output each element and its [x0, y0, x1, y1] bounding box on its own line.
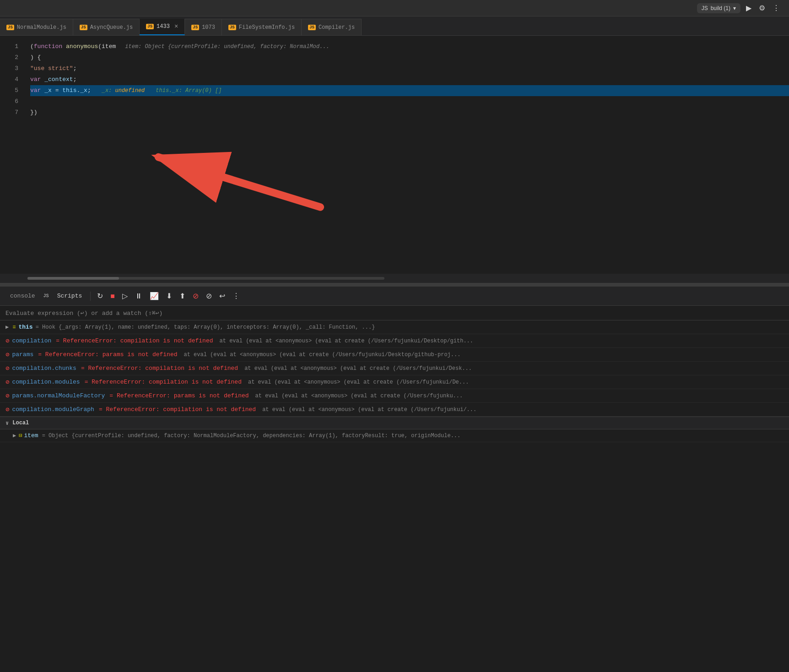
code-editor: 1 2 3 4 5 6 7 (function anonymous(item i…	[0, 36, 789, 274]
code-line-2: ) {	[30, 52, 789, 63]
watch-name-params: params	[12, 351, 33, 358]
line1-hint: item: Object {currentProfile: undefined,…	[125, 41, 329, 52]
local-item-value: = Object {currentProfile: undefined, fac…	[42, 433, 461, 439]
debug-toolbar: console JS Scripts ↻ ■ ▷ ⏸ 📈 ⬇ ⬆ ⊘ ⊘ ↩ ⋮	[0, 287, 789, 306]
code-line-3: "use strict";	[30, 63, 789, 74]
js-scripts-badge: JS	[42, 293, 51, 299]
line5-hint2: this._x: Array(0) []	[156, 85, 222, 96]
watch-item-compilation-chunks[interactable]: ⊘ compilation.chunks = ReferenceError: c…	[0, 362, 789, 375]
code-line-6	[30, 96, 789, 107]
watch-item-params[interactable]: ⊘ params = ReferenceError: params is not…	[0, 348, 789, 362]
horizontal-scrollbar[interactable]	[0, 274, 789, 283]
watch-name-compilation-modulegraph: compilation.moduleGraph	[12, 406, 94, 413]
upload-button[interactable]: ⬆	[177, 290, 188, 302]
tab-normalmodule[interactable]: JS NormalModule.js	[0, 19, 73, 35]
toolbar-separator	[90, 292, 91, 301]
stop-button[interactable]: ■	[108, 290, 118, 302]
code-fn-name: anonymous	[66, 41, 98, 52]
code-var-kw1: var	[30, 74, 41, 85]
watch-name-compilation-chunks: compilation.chunks	[12, 365, 76, 372]
deactivate-button[interactable]: ⊘	[190, 290, 201, 302]
tab-1073[interactable]: JS 1073	[185, 19, 222, 35]
code-semi1: ;	[73, 63, 77, 74]
tab-compiler[interactable]: JS Compiler.js	[302, 19, 362, 35]
tab-scripts[interactable]: Scripts	[53, 291, 87, 301]
watch-item-compilation-modules[interactable]: ⊘ compilation.modules = ReferenceError: …	[0, 375, 789, 389]
panel-divider	[0, 283, 789, 287]
watch-item-compilation-modulegraph[interactable]: ⊘ compilation.moduleGraph = ReferenceErr…	[0, 403, 789, 417]
code-var-kw2: var	[30, 85, 41, 96]
watch-item-params-factory[interactable]: ⊘ params.normalModuleFactory = Reference…	[0, 389, 789, 403]
watch-name-compilation-modules: compilation.modules	[12, 379, 80, 385]
tab-filesysteminfo[interactable]: JS FileSystemInfo.js	[222, 19, 302, 35]
this-label: this	[18, 324, 32, 331]
local-item-key: item	[24, 432, 38, 439]
refresh-button[interactable]: ↻	[94, 290, 106, 302]
code-context-var: _context	[44, 74, 73, 85]
js-icon: JS	[228, 25, 236, 30]
tab-asyncqueue-label: AsyncQueue.js	[90, 24, 133, 31]
expression-input-area: Evaluate expression (↩) or add a watch (…	[0, 306, 789, 320]
build-button[interactable]: JS build (1) ▾	[697, 3, 740, 13]
local-expand-icon: ∨	[5, 420, 9, 427]
close-icon[interactable]: ×	[174, 23, 178, 30]
code-x-var: _x	[44, 85, 52, 96]
code-semi2: ;	[73, 74, 77, 85]
more-debug-button[interactable]: ⋮	[230, 290, 243, 302]
tabs-bar: JS NormalModule.js JS AsyncQueue.js JS 1…	[0, 16, 789, 36]
list-icon: ≡	[12, 324, 16, 331]
watch-location-compilation-chunks: at eval (eval at <anonymous> (eval at cr…	[244, 365, 472, 372]
code-line-5: var _x = this._x; _x: undefined this._x:…	[30, 85, 789, 96]
watch-error-compilation: = ReferenceError: compilation is not def…	[56, 337, 213, 344]
local-section-header[interactable]: ∨ Local	[0, 417, 789, 429]
code-function-kw: function	[34, 41, 62, 52]
local-item-item[interactable]: ▶ ⊟ item = Object {currentProfile: undef…	[0, 429, 789, 442]
watch-error-params: = ReferenceError: params is not defined	[38, 351, 177, 358]
resume-button[interactable]: ▷	[119, 290, 130, 302]
line-num-4: 4	[0, 74, 18, 85]
tab-compiler-label: Compiler.js	[319, 24, 355, 31]
watch-item-compilation[interactable]: ⊘ compilation = ReferenceError: compilat…	[0, 334, 789, 348]
object-icon: ⊟	[19, 432, 22, 439]
tab-asyncqueue[interactable]: JS AsyncQueue.js	[73, 19, 140, 35]
error-icon: ⊘	[5, 378, 9, 386]
step-out-button[interactable]: ↩	[216, 290, 228, 302]
line5-hint1: _x: undefined	[102, 85, 145, 96]
pause-button[interactable]: ⏸	[132, 290, 145, 302]
settings-button[interactable]: ⚙	[757, 2, 767, 14]
local-title: Local	[12, 420, 29, 426]
code-line-7: })	[30, 107, 789, 118]
run-button[interactable]: ▶	[744, 2, 753, 14]
slash-button[interactable]: ⊘	[203, 290, 215, 302]
more-button[interactable]: ⋮	[771, 2, 782, 14]
watch-error-compilation-modules: = ReferenceError: compilation is not def…	[85, 379, 242, 385]
chart-button[interactable]: 📈	[147, 290, 162, 302]
js-icon: JS	[308, 25, 316, 30]
watch-location-params-factory: at eval (eval at <anonymous> (eval at cr…	[255, 393, 463, 399]
this-watch-row[interactable]: ▶ ≡ this = Hook {_args: Array(1), name: …	[0, 320, 789, 334]
line-num-1: 1	[0, 41, 18, 52]
code-space	[62, 41, 66, 52]
watch-name-compilation: compilation	[12, 337, 51, 344]
watch-location-compilation-modules: at eval (eval at <anonymous> (eval at cr…	[248, 379, 469, 385]
scrollbar-track[interactable]	[27, 277, 384, 280]
tab-1433[interactable]: JS 1433 ×	[140, 19, 185, 35]
tab-console[interactable]: console	[5, 291, 40, 301]
local-item-expand: ▶	[13, 432, 16, 439]
download-button[interactable]: ⬇	[163, 290, 175, 302]
code-this-kw: this	[62, 85, 76, 96]
code-args: (item	[98, 41, 116, 52]
build-label: build (1)	[711, 5, 730, 11]
watch-name-params-factory: params.normalModuleFactory	[12, 392, 105, 399]
line-numbers: 1 2 3 4 5 6 7	[0, 36, 23, 274]
watch-error-compilation-modulegraph: = ReferenceError: compilation is not def…	[99, 406, 256, 413]
scrollbar-thumb[interactable]	[27, 277, 119, 280]
watch-list: ⊘ compilation = ReferenceError: compilat…	[0, 334, 789, 442]
error-icon: ⊘	[5, 364, 9, 372]
error-icon: ⊘	[5, 406, 9, 413]
watch-error-params-factory: = ReferenceError: params is not defined	[109, 392, 249, 399]
line-num-6: 6	[0, 96, 18, 107]
error-icon: ⊘	[5, 392, 9, 400]
expression-placeholder[interactable]: Evaluate expression (↩) or add a watch (…	[5, 309, 784, 317]
code-use-strict: "use strict"	[30, 63, 73, 74]
